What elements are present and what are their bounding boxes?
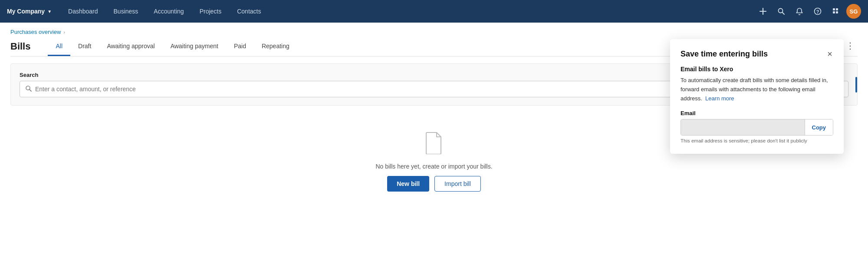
popup-email-input[interactable] (681, 119, 805, 135)
tab-draft[interactable]: Draft (70, 37, 99, 56)
learn-more-link[interactable]: Learn more (705, 95, 734, 102)
breadcrumb-separator: › (63, 30, 65, 35)
popup-section-title: Email bills to Xero (681, 66, 833, 73)
bell-icon[interactable] (792, 3, 807, 19)
page-title: Bills (10, 39, 30, 54)
popup-sensitive-note: This email address is sensitive; please … (681, 138, 833, 143)
empty-state-actions: New bill Import bill (387, 176, 481, 192)
user-avatar[interactable]: SG (846, 4, 861, 19)
brand-logo[interactable]: My Company ▼ (7, 8, 57, 15)
breadcrumb: Purchases overview › (10, 23, 858, 37)
svg-rect-8 (833, 11, 835, 13)
import-bill-button[interactable]: Import bill (434, 176, 481, 192)
svg-rect-6 (833, 8, 835, 10)
breadcrumb-parent[interactable]: Purchases overview (10, 29, 61, 35)
svg-line-11 (30, 89, 31, 91)
search-input-wrapper (20, 81, 706, 97)
grid-icon[interactable] (828, 3, 844, 19)
tab-paid[interactable]: Paid (226, 37, 254, 56)
brand-name: My Company (7, 8, 45, 15)
nav-link-contacts[interactable]: Contacts (229, 0, 269, 23)
plus-icon[interactable] (755, 3, 771, 19)
popup-copy-button[interactable]: Copy (805, 119, 833, 135)
popup-email-row: Copy (681, 119, 833, 136)
popup-header: Save time entering bills × (681, 50, 833, 59)
save-time-popup: Save time entering bills × Email bills t… (670, 39, 844, 154)
top-navigation: My Company ▼ Dashboard Business Accounti… (0, 0, 868, 23)
tab-awaiting-approval[interactable]: Awaiting approval (99, 37, 162, 56)
more-options-button[interactable]: ⋮ (843, 38, 858, 53)
empty-state-message: No bills here yet, create or import your… (375, 163, 492, 170)
scroll-indicator (855, 77, 857, 93)
search-input[interactable] (35, 86, 700, 93)
svg-rect-7 (836, 8, 838, 10)
tab-awaiting-payment[interactable]: Awaiting payment (163, 37, 226, 56)
nav-link-accounting[interactable]: Accounting (146, 0, 191, 23)
nav-link-projects[interactable]: Projects (192, 0, 230, 23)
popup-close-button[interactable]: × (826, 50, 833, 58)
empty-file-icon (424, 132, 444, 157)
tab-all[interactable]: All (48, 37, 70, 56)
popup-title: Save time entering bills (681, 50, 768, 59)
svg-rect-9 (836, 11, 838, 13)
search-magnifier-icon (25, 85, 32, 93)
nav-links: Dashboard Business Accounting Projects C… (60, 0, 755, 23)
nav-link-business[interactable]: Business (106, 0, 146, 23)
popup-body-text: To automatically create draft bills with… (681, 76, 833, 103)
svg-line-3 (783, 13, 785, 15)
search-icon[interactable] (773, 3, 789, 19)
svg-text:?: ? (816, 9, 819, 14)
popup-email-label: Email (681, 110, 833, 116)
tabs: All Draft Awaiting approval Awaiting pay… (48, 37, 720, 56)
search-group: Search (20, 72, 706, 97)
nav-link-dashboard[interactable]: Dashboard (60, 0, 106, 23)
new-bill-main-button[interactable]: New bill (387, 176, 429, 192)
tab-repeating[interactable]: Repeating (254, 37, 297, 56)
nav-icons: ? SG (755, 3, 861, 19)
help-icon[interactable]: ? (810, 3, 825, 19)
search-label: Search (20, 72, 706, 78)
brand-chevron: ▼ (47, 9, 52, 14)
